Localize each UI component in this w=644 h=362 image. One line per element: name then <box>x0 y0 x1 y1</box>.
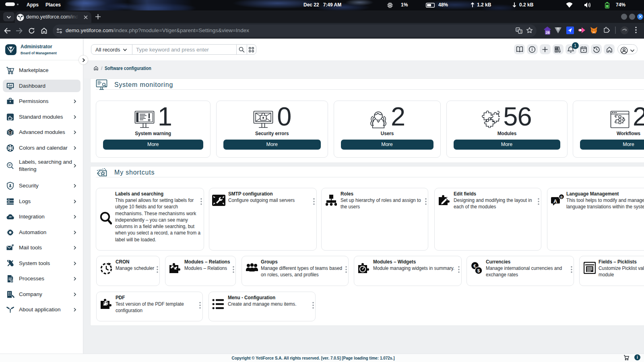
svg-text:€: € <box>473 263 476 268</box>
svg-text:$: $ <box>477 268 480 273</box>
svg-text:A: A <box>553 198 557 204</box>
svg-text:文: 文 <box>519 30 522 33</box>
svg-text:0: 0 <box>560 195 562 199</box>
svg-text:28: 28 <box>546 31 550 35</box>
